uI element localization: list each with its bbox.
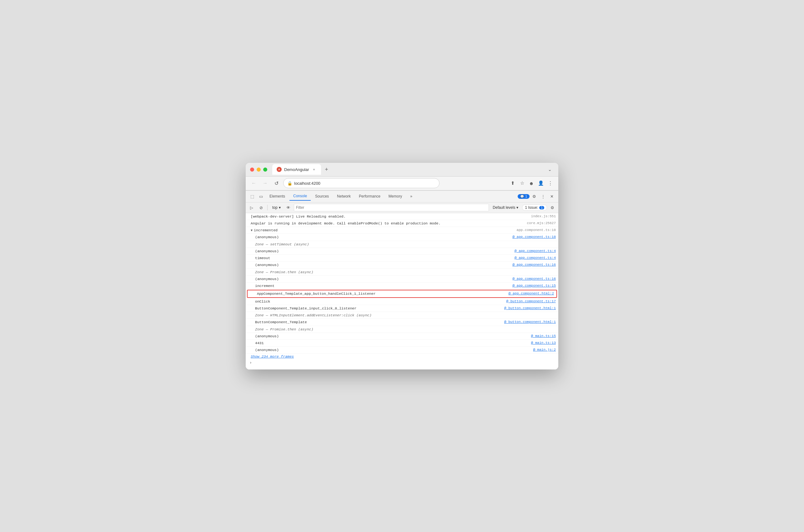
context-label: top bbox=[272, 205, 277, 210]
console-message: [webpack-dev-server] Live Reloading enab… bbox=[251, 214, 526, 219]
forward-button[interactable]: → bbox=[261, 179, 269, 188]
log-levels-selector[interactable]: Default levels ▾ bbox=[490, 205, 521, 210]
console-source-link[interactable]: @ main.ts:15 bbox=[531, 334, 556, 339]
console-message: increment bbox=[255, 283, 508, 288]
browser-tab-active[interactable]: A DemoAngular × bbox=[272, 164, 321, 175]
tab-performance[interactable]: Performance bbox=[355, 192, 384, 201]
console-message: (anonymous) bbox=[255, 334, 526, 339]
devtools-more-button[interactable]: ⋮ bbox=[539, 192, 547, 201]
console-line: (anonymous) @ main.ts:15 bbox=[246, 333, 558, 340]
console-content: [webpack-dev-server] Live Reloading enab… bbox=[246, 213, 558, 369]
back-button[interactable]: ← bbox=[249, 179, 258, 188]
console-message: Zone — Promise.then (async) bbox=[255, 327, 556, 332]
console-message: Zone — Promise.then (async) bbox=[255, 269, 556, 275]
notification-count: 1 bbox=[525, 195, 527, 198]
highlighted-console-line: AppComponent_Template_app_button_handleC… bbox=[247, 290, 557, 298]
devtools-settings-button[interactable]: ⚙ bbox=[530, 192, 538, 201]
console-source-link[interactable]: @ app.component.ts:4 bbox=[515, 248, 556, 254]
console-settings-button[interactable]: ⚙ bbox=[548, 204, 556, 212]
console-source-link[interactable]: @ app.component.html:2 bbox=[509, 291, 554, 296]
share-icon[interactable]: ⬆ bbox=[508, 179, 517, 188]
console-line: ButtonComponent_Template @ button.compon… bbox=[246, 319, 558, 326]
console-source-link[interactable]: @ main.js:2 bbox=[533, 347, 556, 353]
issue-count-badge: 1 bbox=[539, 206, 544, 209]
console-source-link[interactable]: @ button.component.html:1 bbox=[504, 320, 556, 325]
refresh-button[interactable]: ↺ bbox=[272, 179, 281, 188]
new-tab-button[interactable]: + bbox=[322, 165, 331, 174]
url-bar[interactable]: 🔒 localhost:4200 bbox=[283, 178, 440, 188]
toolbar-divider bbox=[267, 205, 268, 210]
devtools-tab-bar: ⬚ ▭ Elements Console Sources Network Per… bbox=[246, 191, 558, 203]
tab-close-button[interactable]: × bbox=[312, 167, 317, 172]
execute-script-button[interactable]: ▷ bbox=[248, 204, 256, 212]
address-bar-icons: ⬆ ☆ ☻ 👤 ⋮ bbox=[508, 179, 555, 188]
console-source-link[interactable]: @ app.component.ts:16 bbox=[512, 276, 556, 282]
show-more-frames[interactable]: Show 234 more frames bbox=[246, 354, 558, 359]
clear-console-button[interactable]: ⊘ bbox=[257, 204, 265, 212]
chevron-down-icon: ▾ bbox=[279, 205, 281, 210]
device-toolbar-button[interactable]: ▭ bbox=[257, 192, 265, 201]
inspect-element-button[interactable]: ⬚ bbox=[248, 192, 256, 201]
console-source-link: app.component.ts:18 bbox=[517, 228, 556, 233]
bookmark-icon[interactable]: ☆ bbox=[518, 179, 527, 188]
console-line: increment @ app.component.ts:15 bbox=[246, 283, 558, 289]
profile-icon[interactable]: 👤 bbox=[536, 179, 545, 188]
console-line: Zone — Promise.then (async) bbox=[246, 269, 558, 276]
console-source-link[interactable]: @ button.component.ts:17 bbox=[506, 299, 556, 304]
console-toolbar: ▷ ⊘ top ▾ 👁 Default levels ▾ 1 Issue: 1 … bbox=[246, 203, 558, 213]
notification-chat-icon: 💬 bbox=[520, 195, 524, 198]
address-bar: ← → ↺ 🔒 localhost:4200 ⬆ ☆ ☻ 👤 ⋮ bbox=[246, 177, 558, 190]
console-message: Zone — HTMLInputElement.addEventListener… bbox=[255, 312, 556, 318]
tab-sources[interactable]: Sources bbox=[311, 192, 332, 201]
console-notification-badge: 💬 1 bbox=[518, 194, 530, 199]
extensions-icon[interactable]: ☻ bbox=[527, 179, 536, 188]
console-line: Zone — Promise.then (async) bbox=[246, 326, 558, 333]
console-message: AppComponent_Template_app_button_handleC… bbox=[257, 291, 503, 296]
console-message: onClick bbox=[255, 299, 501, 304]
context-selector[interactable]: top ▾ bbox=[270, 205, 283, 210]
tab-console[interactable]: Console bbox=[289, 192, 311, 201]
browser-window: A DemoAngular × + ⌄ ← → ↺ 🔒 localhost:42… bbox=[246, 163, 558, 369]
url-text: localhost:4200 bbox=[294, 181, 320, 186]
console-line: Angular is running in development mode. … bbox=[246, 220, 558, 227]
console-message: Angular is running in development mode. … bbox=[251, 221, 522, 226]
console-message: ButtonComponent_Template bbox=[255, 320, 499, 325]
console-line: timeout @ app.component.ts:4 bbox=[246, 255, 558, 262]
console-source-link[interactable]: @ app.component.ts:18 bbox=[512, 234, 556, 240]
console-source-link[interactable]: @ app.component.ts:15 bbox=[512, 283, 556, 288]
hide-network-button[interactable]: 👁 bbox=[285, 204, 292, 212]
tab-memory[interactable]: Memory bbox=[385, 192, 406, 201]
console-message: ButtonComponent_Template_input_click_0_l… bbox=[255, 306, 499, 311]
more-tabs-button[interactable]: » bbox=[406, 192, 416, 201]
window-menu-button[interactable]: ⌄ bbox=[546, 165, 554, 173]
console-line: ▼incremented app.component.ts:18 bbox=[246, 227, 558, 234]
console-message: (anonymous) bbox=[255, 234, 508, 240]
tab-elements[interactable]: Elements bbox=[266, 192, 289, 201]
console-source-link[interactable]: @ app.component.ts:16 bbox=[512, 262, 556, 268]
more-options-icon[interactable]: ⋮ bbox=[546, 179, 555, 188]
title-bar-end: ⌄ bbox=[546, 165, 554, 173]
console-line: (anonymous) @ app.component.ts:16 bbox=[246, 262, 558, 268]
title-bar: A DemoAngular × + ⌄ bbox=[246, 163, 558, 177]
console-line: 4431 @ main.ts:13 bbox=[246, 340, 558, 347]
filter-input[interactable] bbox=[294, 204, 489, 211]
console-source-link[interactable]: @ app.component.ts:4 bbox=[515, 255, 556, 261]
console-source-link[interactable]: @ button.component.html:1 bbox=[504, 306, 556, 311]
maximize-traffic-light[interactable] bbox=[263, 168, 267, 172]
console-prompt[interactable]: › bbox=[246, 359, 558, 366]
console-message: (anonymous) bbox=[255, 262, 508, 268]
console-message: Zone — setTimeout (async) bbox=[255, 242, 556, 247]
issues-counter[interactable]: 1 Issue: 1 bbox=[522, 205, 547, 211]
console-source-link[interactable]: core.mjs:25627 bbox=[527, 221, 556, 226]
tab-area: A DemoAngular × + bbox=[272, 164, 546, 175]
console-line: Zone — HTMLInputElement.addEventListener… bbox=[246, 312, 558, 319]
console-source-link[interactable]: index.js:551 bbox=[531, 214, 556, 219]
devtools-close-button[interactable]: ✕ bbox=[548, 192, 556, 201]
console-source-link[interactable]: @ main.ts:13 bbox=[531, 340, 556, 346]
tab-network[interactable]: Network bbox=[333, 192, 355, 201]
issue-label: 1 Issue: bbox=[525, 205, 538, 210]
lock-icon: 🔒 bbox=[287, 181, 292, 186]
minimize-traffic-light[interactable] bbox=[257, 168, 261, 172]
close-traffic-light[interactable] bbox=[250, 168, 254, 172]
prompt-arrow-icon: › bbox=[249, 360, 252, 365]
